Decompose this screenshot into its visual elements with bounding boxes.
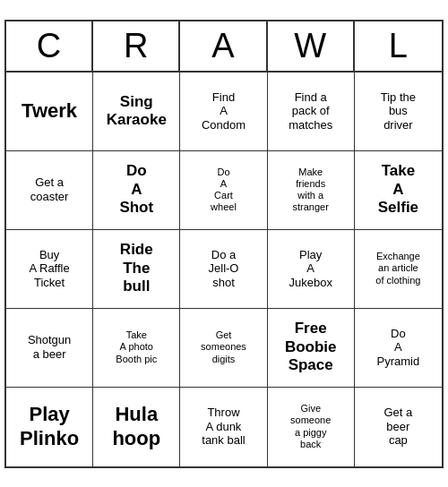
header-letter: R bbox=[93, 21, 180, 71]
bingo-cell: Shotgun a beer bbox=[6, 309, 93, 388]
bingo-cell: Find a pack of matches bbox=[268, 73, 355, 151]
bingo-cell: Do A Cart wheel bbox=[180, 151, 267, 230]
bingo-grid: TwerkSing KaraokeFind A CondomFind a pac… bbox=[6, 73, 442, 466]
bingo-cell: Get someones digits bbox=[180, 309, 267, 388]
bingo-cell: Hula hoop bbox=[93, 388, 180, 466]
bingo-cell: Twerk bbox=[6, 73, 93, 151]
header-letter: C bbox=[6, 21, 93, 71]
bingo-header: CRAWL bbox=[6, 21, 442, 73]
bingo-cell: Take A photo Booth pic bbox=[93, 309, 180, 388]
bingo-cell: Sing Karaoke bbox=[93, 73, 180, 151]
bingo-cell: Do A Pyramid bbox=[355, 309, 442, 388]
bingo-cell: Make friends with a stranger bbox=[268, 151, 355, 230]
bingo-cell: Get a beer cap bbox=[355, 388, 442, 466]
bingo-cell: Free Boobie Space bbox=[268, 309, 355, 388]
bingo-card: CRAWL TwerkSing KaraokeFind A CondomFind… bbox=[4, 20, 444, 468]
bingo-cell: Ride The bull bbox=[93, 230, 180, 309]
bingo-cell: Throw A dunk tank ball bbox=[180, 388, 267, 466]
bingo-cell: Give someone a piggy back bbox=[268, 388, 355, 466]
bingo-cell: Do a Jell-O shot bbox=[180, 230, 267, 309]
bingo-cell: Buy A Raffle Ticket bbox=[6, 230, 93, 309]
bingo-cell: Exchange an article of clothing bbox=[355, 230, 442, 309]
bingo-cell: Do A Shot bbox=[93, 151, 180, 230]
bingo-cell: Find A Condom bbox=[180, 73, 267, 151]
header-letter: A bbox=[180, 21, 267, 71]
header-letter: W bbox=[268, 21, 355, 71]
bingo-cell: Tip the bus driver bbox=[355, 73, 442, 151]
bingo-cell: Take A Selfie bbox=[355, 151, 442, 230]
bingo-cell: Play A Jukebox bbox=[268, 230, 355, 309]
bingo-cell: Play Plinko bbox=[6, 388, 93, 466]
bingo-cell: Get a coaster bbox=[6, 151, 93, 230]
header-letter: L bbox=[355, 21, 442, 71]
